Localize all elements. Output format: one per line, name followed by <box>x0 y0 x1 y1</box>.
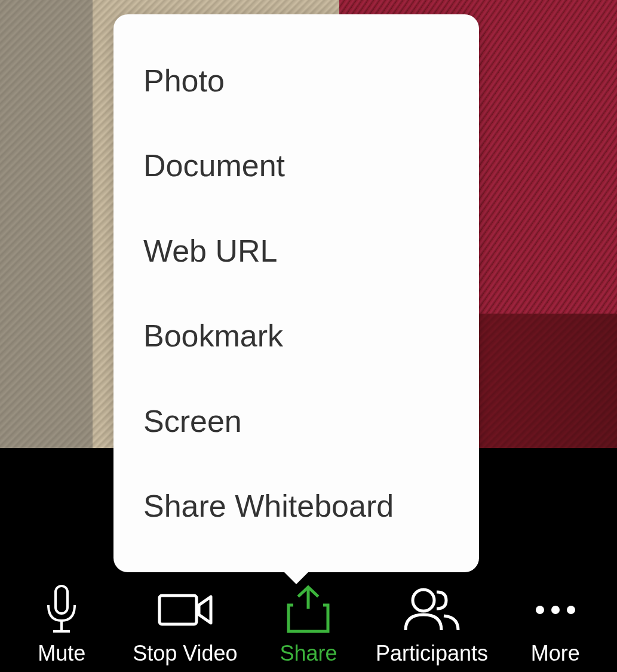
participants-icon <box>402 586 462 634</box>
stop-video-label: Stop Video <box>133 641 237 666</box>
camera-icon <box>157 586 213 634</box>
share-icon <box>285 586 331 634</box>
share-menu-item-whiteboard[interactable]: Share Whiteboard <box>113 464 479 548</box>
share-menu-item-web-url[interactable]: Web URL <box>113 208 479 293</box>
more-button[interactable]: More <box>493 585 617 666</box>
share-button[interactable]: Share <box>247 585 370 666</box>
microphone-icon <box>45 586 78 634</box>
svg-rect-3 <box>159 596 197 624</box>
share-menu-item-photo[interactable]: Photo <box>113 38 479 123</box>
share-menu-item-screen[interactable]: Screen <box>113 379 479 464</box>
share-menu-popup: Photo Document Web URL Bookmark Screen S… <box>113 14 479 572</box>
stop-video-button[interactable]: Stop Video <box>124 585 247 666</box>
share-menu-item-bookmark[interactable]: Bookmark <box>113 293 479 378</box>
svg-rect-0 <box>56 586 67 613</box>
more-icon <box>536 586 575 634</box>
share-menu-item-document[interactable]: Document <box>113 123 479 208</box>
mute-button[interactable]: Mute <box>0 585 124 666</box>
participants-label: Participants <box>376 641 488 666</box>
more-label: More <box>531 641 580 666</box>
mute-label: Mute <box>38 641 85 666</box>
meeting-toolbar: Mute Stop Video Share <box>0 579 617 672</box>
share-label: Share <box>280 641 337 666</box>
participants-button[interactable]: Participants <box>370 585 494 666</box>
svg-point-4 <box>413 590 434 611</box>
